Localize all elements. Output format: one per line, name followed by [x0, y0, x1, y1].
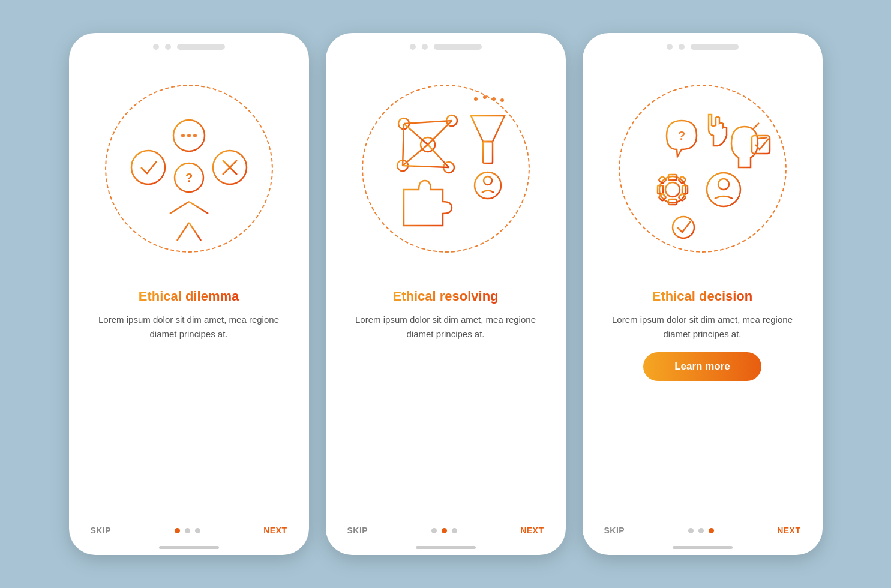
- progress-dots-1: [175, 528, 200, 533]
- status-dot-3: [410, 44, 416, 50]
- footer-nav-3: SKIP NEXT: [583, 520, 823, 542]
- home-indicator-1: [159, 546, 219, 549]
- illustration-area-1: ?: [69, 55, 309, 283]
- screen-title-3: Ethical decision: [652, 289, 753, 304]
- dashed-circle-1: [105, 85, 273, 253]
- content-area-2: Ethical resolving Lorem ipsum dolor sit …: [326, 283, 566, 520]
- screen-title-2: Ethical resolving: [392, 289, 498, 304]
- footer-nav-1: SKIP NEXT: [69, 520, 309, 542]
- dot-1-inactive-2: [185, 528, 190, 533]
- status-dot-2: [165, 44, 171, 50]
- progress-dots-3: [688, 528, 714, 533]
- dot-2-active: [442, 528, 447, 533]
- home-indicator-3: [673, 546, 733, 549]
- dashed-circle-3: [619, 85, 787, 253]
- status-pill-1: [177, 44, 225, 50]
- next-button-3[interactable]: NEXT: [777, 526, 800, 535]
- status-pill-3: [691, 44, 739, 50]
- skip-button-2[interactable]: SKIP: [347, 526, 368, 535]
- phone-frame-1: ? Ethical: [69, 33, 309, 555]
- status-dot-5: [667, 44, 673, 50]
- screens-container: ? Ethical: [69, 33, 823, 555]
- learn-more-button[interactable]: Learn more: [643, 352, 761, 381]
- content-area-1: Ethical dilemma Lorem ipsum dolor sit di…: [69, 283, 309, 520]
- phone-frame-3: ?: [583, 33, 823, 555]
- status-pill-2: [434, 44, 482, 50]
- dot-1-inactive-3: [195, 528, 200, 533]
- screen-desc-3: Lorem ipsum dolor sit dim amet, mea regi…: [604, 313, 801, 341]
- dot-1-active: [175, 528, 180, 533]
- status-dot-1: [153, 44, 159, 50]
- screen-desc-1: Lorem ipsum dolor sit dim amet, mea regi…: [91, 313, 287, 341]
- footer-nav-2: SKIP NEXT: [326, 520, 566, 542]
- skip-button-3[interactable]: SKIP: [604, 526, 625, 535]
- status-bar-3: [583, 33, 823, 55]
- phone-frame-2: Ethical resolving Lorem ipsum dolor sit …: [326, 33, 566, 555]
- svg-point-37: [500, 98, 504, 102]
- dot-2-inactive-3: [452, 528, 457, 533]
- dashed-circle-2: [362, 85, 530, 253]
- content-area-3: Ethical decision Lorem ipsum dolor sit d…: [583, 283, 823, 520]
- illustration-area-2: [326, 55, 566, 283]
- status-dot-4: [422, 44, 428, 50]
- progress-dots-2: [431, 528, 457, 533]
- status-bar-2: [326, 33, 566, 55]
- screen-title-1: Ethical dilemma: [139, 289, 239, 304]
- skip-button-1[interactable]: SKIP: [91, 526, 112, 535]
- status-bar-1: [69, 33, 309, 55]
- status-dot-6: [679, 44, 685, 50]
- screen-desc-2: Lorem ipsum dolor sit dim amet, mea regi…: [347, 313, 544, 341]
- next-button-1[interactable]: NEXT: [263, 526, 287, 535]
- dot-3-active: [709, 528, 714, 533]
- home-indicator-2: [416, 546, 476, 549]
- next-button-2[interactable]: NEXT: [520, 526, 544, 535]
- dot-3-inactive-2: [698, 528, 704, 533]
- illustration-area-3: ?: [583, 55, 823, 283]
- dot-3-inactive-1: [688, 528, 694, 533]
- dot-2-inactive-1: [431, 528, 437, 533]
